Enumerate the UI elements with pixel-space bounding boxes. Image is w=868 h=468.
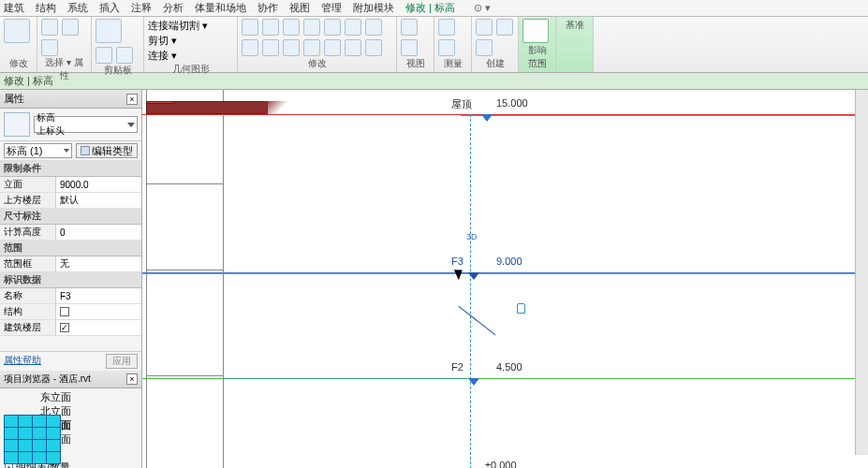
menu-item[interactable]: 视图 — [289, 1, 310, 15]
tool-icon[interactable] — [116, 47, 133, 64]
level-elev[interactable]: 4.500 — [496, 361, 522, 373]
level-name-selected[interactable]: F3 — [451, 256, 463, 267]
tool-icon[interactable] — [283, 19, 300, 36]
menu-item[interactable]: 结构 — [36, 1, 56, 15]
modify-icon[interactable] — [4, 19, 30, 43]
ribbon-label: 剪贴板 — [96, 64, 140, 77]
menu-extra[interactable]: ⊙ ▾ — [474, 2, 491, 14]
tree-label: 东立面 — [40, 390, 71, 404]
close-icon[interactable]: × — [126, 94, 138, 105]
level-name[interactable]: 屋顶 — [451, 97, 472, 111]
menu-item[interactable]: 分析 — [163, 1, 184, 15]
properties-help-link[interactable]: 属性帮助 — [4, 354, 41, 369]
tool-icon[interactable] — [283, 39, 300, 56]
tool-icon[interactable] — [365, 19, 382, 36]
type-selector-dropdown[interactable]: 标高 上标头 — [34, 116, 138, 133]
scope-icon[interactable] — [522, 19, 549, 43]
level-marker-icon[interactable] — [468, 272, 479, 280]
ribbon-group-measure: 测量 — [434, 17, 472, 72]
ribbon-group-geometry: 连接端切割 ▾ 剪切 ▾ 连接 ▾ 几何图形 — [144, 17, 238, 72]
tool-icon[interactable] — [262, 39, 279, 56]
join-dropdown[interactable]: 连接 ▾ — [148, 49, 177, 63]
type-row: 标高 (1) 编辑类型 — [0, 141, 141, 161]
edit-type-label: 编辑类型 — [92, 144, 133, 158]
ribbon-group-modify-tools: 修改 — [238, 17, 397, 72]
menu-item[interactable]: 插入 — [99, 1, 120, 15]
tool-icon[interactable] — [303, 19, 320, 36]
ribbon-group-select: 选择 ▾ 属性 — [37, 17, 92, 72]
menu-item[interactable]: 建筑 — [4, 1, 24, 15]
ribbon-label: 基准 — [560, 19, 589, 32]
tool-icon[interactable] — [41, 39, 58, 56]
tool-icon[interactable] — [438, 19, 455, 36]
prop-group[interactable]: 标识数据 — [0, 272, 141, 288]
tool-icon[interactable] — [262, 19, 279, 36]
lock-icon[interactable] — [517, 303, 525, 314]
tool-icon[interactable] — [401, 39, 418, 56]
menu-item[interactable]: 体量和场地 — [195, 1, 246, 15]
prop-value[interactable]: 默认 — [56, 193, 141, 208]
menu-item[interactable]: 协作 — [257, 1, 278, 15]
tool-icon[interactable] — [476, 19, 493, 36]
menu-item[interactable]: 注释 — [131, 1, 152, 15]
cut-dropdown[interactable]: 剪切 ▾ — [148, 34, 177, 48]
drag-handle-line[interactable] — [458, 277, 518, 335]
edit-icon — [81, 146, 90, 155]
tool-icon[interactable] — [324, 19, 341, 36]
menu-item[interactable]: 管理 — [321, 1, 342, 15]
level-marker-icon[interactable] — [468, 378, 479, 386]
elevation-input[interactable] — [60, 180, 138, 190]
properties-titlebar[interactable]: 属性 × — [0, 90, 141, 109]
edit-type-button[interactable]: 编辑类型 — [76, 143, 138, 158]
menu-item[interactable]: 系统 — [67, 1, 88, 15]
tool-icon[interactable] — [324, 39, 341, 56]
level-name[interactable]: F2 — [451, 361, 463, 373]
level-elev[interactable]: ±0.000 — [485, 460, 517, 468]
building-story-checkbox[interactable] — [60, 323, 69, 332]
prop-group[interactable]: 范围 — [0, 241, 141, 256]
prop-group[interactable]: 限制条件 — [0, 161, 141, 177]
cut-dropdown[interactable]: 连接端切割 ▾ — [148, 19, 208, 33]
level-elev[interactable]: 15.000 — [496, 97, 528, 109]
tool-icon[interactable] — [303, 39, 320, 56]
tool-icon[interactable] — [96, 47, 112, 64]
instance-selector[interactable]: 标高 (1) — [4, 143, 72, 158]
menu-item-active[interactable]: 修改 | 标高 — [405, 1, 455, 15]
workspace: 属性 × 标高 上标头 标高 (1) 编辑类型 限制条件 立面 上方楼层默认 — [0, 90, 868, 468]
menu-item[interactable]: 附加模块 — [353, 1, 394, 15]
prop-value[interactable]: F3 — [56, 288, 141, 303]
structural-checkbox[interactable] — [60, 307, 69, 316]
tool-icon[interactable] — [365, 39, 382, 56]
tool-icon[interactable] — [476, 39, 493, 56]
menu-bar: 建筑 结构 系统 插入 注释 分析 体量和场地 协作 视图 管理 附加模块 修改… — [0, 0, 868, 17]
tool-icon[interactable] — [345, 19, 361, 36]
ribbon-label: 影响 范围 — [522, 44, 552, 70]
tool-icon[interactable] — [345, 39, 361, 56]
tool-icon[interactable] — [62, 19, 79, 36]
prop-value[interactable]: 无 — [56, 256, 141, 271]
prop-value[interactable]: 0 — [56, 225, 141, 240]
paste-icon[interactable] — [96, 19, 122, 43]
prop-group[interactable]: 尺寸标注 — [0, 209, 141, 225]
prop-key: 范围框 — [0, 256, 56, 271]
prop-key: 立面 — [0, 177, 56, 192]
close-icon[interactable]: × — [126, 373, 138, 385]
tool-icon[interactable] — [242, 39, 258, 56]
ribbon-label: 修改 — [4, 57, 33, 70]
browser-titlebar[interactable]: 项目浏览器 - 酒店.rvt × — [0, 371, 141, 388]
tool-icon[interactable] — [242, 19, 258, 36]
level-elev-selected[interactable]: 9.000 — [496, 256, 522, 267]
drawing-canvas[interactable]: 屋顶 15.000 F3 9.000 3D F2 4.500 ±0.000 — [142, 90, 868, 468]
tag-3d[interactable]: 3D — [466, 232, 478, 241]
level-marker-icon[interactable] — [481, 114, 493, 122]
tree-node[interactable]: 东立面 — [0, 390, 141, 404]
tool-icon[interactable] — [41, 19, 58, 36]
ribbon-group-datum: 基准 — [556, 17, 594, 72]
scrollbar-vertical[interactable] — [855, 90, 868, 455]
tool-icon[interactable] — [438, 39, 455, 56]
browser-title: 项目浏览器 - 酒店.rvt — [4, 373, 91, 386]
tool-icon[interactable] — [401, 19, 418, 36]
ribbon: 修改 选择 ▾ 属性 剪贴板 连接端切割 ▾ 剪切 ▾ 连接 ▾ 几何图形 修改… — [0, 17, 868, 73]
tool-icon[interactable] — [496, 19, 513, 36]
apply-button[interactable]: 应用 — [106, 354, 138, 369]
